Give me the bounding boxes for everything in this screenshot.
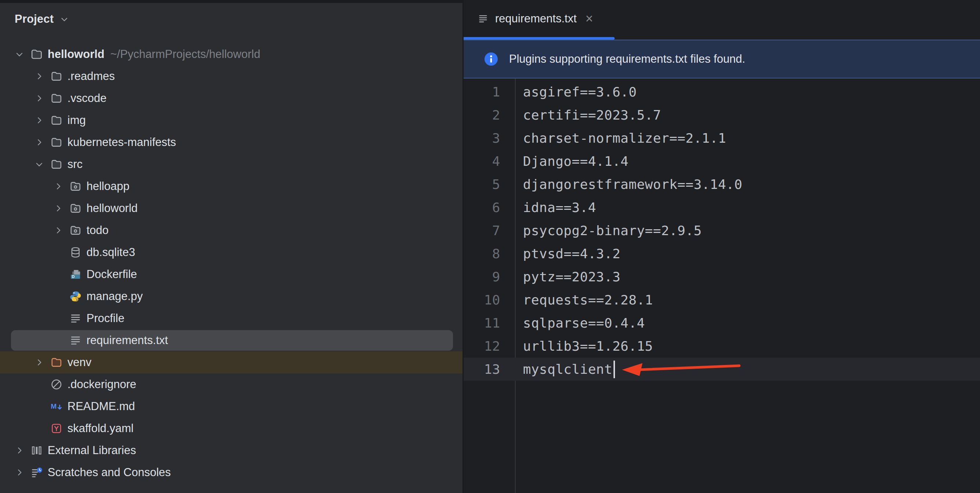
text-file-icon [67, 312, 84, 325]
code-line[interactable]: 6idna==3.4 [464, 196, 980, 219]
project-tree: helloworld ~/PycharmProjects/helloworld … [0, 43, 463, 483]
line-number: 13 [464, 362, 515, 377]
chevron-down-icon[interactable] [60, 15, 69, 24]
chevron-down-icon[interactable] [31, 160, 48, 169]
project-tool-window: Project helloworld ~/PycharmProjects/hel… [0, 0, 464, 493]
ignore-file-icon [48, 378, 65, 391]
yaml-icon [48, 422, 65, 435]
project-panel-header[interactable]: Project [15, 10, 69, 29]
line-number: 4 [464, 154, 515, 169]
tree-item-venv[interactable]: venv [0, 351, 463, 373]
libraries-icon [28, 444, 45, 457]
chevron-right-icon[interactable] [50, 204, 67, 213]
tree-item-skaffold-yaml[interactable]: skaffold.yaml [0, 418, 463, 439]
line-number: 11 [464, 316, 515, 330]
tree-item-readmes[interactable]: .readmes [0, 65, 463, 87]
info-icon [484, 51, 499, 67]
editor-pane: requirements.txt × Plugins supporting re… [464, 0, 980, 493]
folder-icon [48, 70, 65, 83]
project-path: ~/PycharmProjects/helloworld [110, 48, 260, 61]
tree-item-todo[interactable]: todo [0, 219, 463, 241]
editor-tab-bar: requirements.txt × [464, 0, 980, 40]
chevron-right-icon[interactable] [11, 446, 28, 455]
line-number: 3 [464, 131, 515, 146]
code-line[interactable]: 10requests==2.28.1 [464, 288, 980, 311]
code-editor[interactable]: 1asgiref==3.6.0 2certifi==2023.5.7 3char… [464, 78, 980, 493]
tree-item-manage-py[interactable]: manage.py [0, 286, 463, 307]
tree-item-helloapp[interactable]: helloapp [0, 176, 463, 197]
chevron-down-icon[interactable] [11, 49, 28, 59]
tree-item-requirements-txt[interactable]: requirements.txt [0, 329, 463, 351]
line-number: 9 [464, 269, 515, 284]
markdown-icon [48, 400, 65, 413]
folder-icon [48, 136, 65, 148]
line-number: 5 [464, 177, 515, 192]
folder-icon [28, 48, 45, 61]
chevron-right-icon[interactable] [31, 72, 48, 81]
line-number: 8 [464, 246, 515, 261]
tree-item-scratches-and-consoles[interactable]: Scratches and Consoles [0, 461, 463, 483]
tree-item-img[interactable]: img [0, 109, 463, 131]
code-line[interactable]: 12urllib3==1.26.15 [464, 335, 980, 357]
excluded-folder-icon [48, 356, 65, 369]
tree-item-dockerignore[interactable]: .dockerignore [0, 373, 463, 396]
banner-message: Plugins supporting requirements.txt file… [509, 53, 745, 65]
close-icon[interactable]: × [585, 12, 593, 25]
tab-requirements-txt[interactable]: requirements.txt × [464, 0, 604, 37]
line-number: 12 [464, 338, 515, 354]
tree-item-vscode[interactable]: .vscode [0, 87, 463, 109]
folder-icon [48, 92, 65, 105]
code-line-current[interactable]: 13 mysqlclient [464, 357, 980, 381]
code-line[interactable]: 4Django==4.1.4 [464, 150, 980, 173]
plugin-suggestion-banner: Plugins supporting requirements.txt file… [464, 40, 980, 78]
active-tab-indicator [464, 37, 615, 40]
chevron-right-icon[interactable] [31, 94, 48, 103]
code-line[interactable]: 9pytz==2023.3 [464, 265, 980, 288]
code-line[interactable]: 8ptvsd==4.3.2 [464, 242, 980, 265]
tree-item-external-libraries[interactable]: External Libraries [0, 439, 463, 461]
chevron-right-icon[interactable] [50, 226, 67, 235]
code-line[interactable]: 2certifi==2023.5.7 [464, 104, 980, 126]
project-panel-title: Project [15, 13, 54, 26]
scratches-icon [28, 466, 45, 479]
tree-item-helloworld-root[interactable]: helloworld ~/PycharmProjects/helloworld [0, 43, 463, 65]
code-line[interactable]: 7psycopg2-binary==2.9.5 [464, 219, 980, 242]
chevron-right-icon[interactable] [31, 116, 48, 125]
tree-item-procfile[interactable]: Procfile [0, 307, 463, 329]
line-number: 2 [464, 107, 515, 123]
package-folder-icon [67, 180, 84, 193]
line-number: 1 [464, 85, 515, 99]
chevron-right-icon[interactable] [31, 137, 48, 147]
line-number: 7 [464, 223, 515, 238]
tree-item-helloworld-pkg[interactable]: helloworld [0, 197, 463, 219]
code-line[interactable]: 3charset-normalizer==2.1.1 [464, 126, 980, 150]
tree-item-readme-md[interactable]: README.md [0, 396, 463, 418]
line-number: 6 [464, 200, 515, 215]
database-icon [67, 246, 84, 258]
tree-item-dockerfile[interactable]: Dockerfile [0, 263, 463, 286]
package-folder-icon [67, 202, 84, 215]
chevron-right-icon[interactable] [31, 357, 48, 367]
red-arrow-annotation [612, 361, 747, 378]
tree-item-src[interactable]: src [0, 153, 463, 176]
tree-item-kubernetes-manifests[interactable]: kubernetes-manifests [0, 131, 463, 153]
chevron-right-icon[interactable] [50, 182, 67, 191]
code-line[interactable]: 1asgiref==3.6.0 [464, 80, 980, 104]
line-number: 10 [464, 292, 515, 307]
package-folder-icon [67, 224, 84, 236]
code-line[interactable]: 11sqlparse==0.4.4 [464, 311, 980, 335]
code-line[interactable]: 5djangorestframework==3.14.0 [464, 173, 980, 196]
text-file-icon [477, 13, 488, 24]
chevron-right-icon[interactable] [11, 468, 28, 477]
folder-icon [48, 158, 65, 171]
python-icon [67, 290, 84, 303]
pycharm-window: Project helloworld ~/PycharmProjects/hel… [0, 0, 980, 493]
folder-icon [48, 114, 65, 126]
tree-item-db-sqlite3[interactable]: db.sqlite3 [0, 241, 463, 263]
text-file-icon [67, 334, 84, 347]
docker-icon [67, 268, 84, 281]
